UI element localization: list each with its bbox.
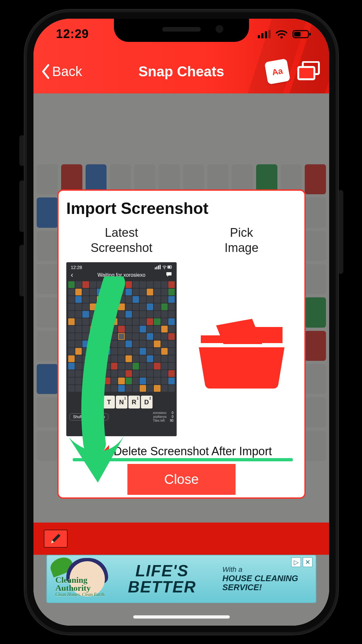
ad-play-icon[interactable]: ▷ xyxy=(291,557,301,567)
svg-point-14 xyxy=(164,268,165,269)
svg-rect-16 xyxy=(168,266,171,268)
ad-close-icon[interactable]: ✕ xyxy=(303,557,312,567)
svg-rect-2 xyxy=(265,31,267,38)
edit-bar xyxy=(33,523,329,555)
pick-image-option[interactable]: PickImage xyxy=(186,224,297,441)
annotation-underline xyxy=(73,458,293,461)
wifi-icon xyxy=(275,30,288,39)
back-label: Back xyxy=(52,64,82,79)
home-indicator[interactable] xyxy=(133,615,230,619)
notch xyxy=(114,19,249,42)
modal-title: Import Screenshot xyxy=(66,199,297,218)
ad-headline: LIFE'SBETTER xyxy=(102,563,222,595)
ad-pitch: With a HOUSE CLEANING SERVICE! xyxy=(222,566,316,592)
svg-rect-11 xyxy=(156,266,157,269)
delete-after-import-label: Delete Screenshot After Import xyxy=(114,445,272,458)
svg-rect-7 xyxy=(309,33,311,35)
dictionary-button[interactable]: Aa xyxy=(264,58,290,84)
thumb-shuffle-button: Shuffle xyxy=(70,413,88,420)
thumb-score-stats: xorosiexo0 prpltanya0 Tiles left90 xyxy=(153,411,173,423)
thumb-chat-icon xyxy=(166,272,172,279)
thumb-back-icon: ‹ xyxy=(71,271,73,279)
phone-frame: 12:29 Back Snap xyxy=(24,10,338,635)
thumb-menu-button: Menu xyxy=(92,413,108,420)
rack-tile: C4 xyxy=(91,396,102,409)
ad-brand: CleaningAuthority Clean Homes. Clean Ear… xyxy=(55,576,105,597)
thumb-header: Waiting for xorosiexo xyxy=(97,272,145,278)
screen: 12:29 Back Snap xyxy=(33,19,329,626)
close-button[interactable]: Close xyxy=(135,467,227,492)
windows-button[interactable] xyxy=(297,61,320,82)
svg-rect-3 xyxy=(268,30,271,38)
cellular-icon xyxy=(258,30,271,38)
svg-point-4 xyxy=(281,36,283,38)
rack-tile: T xyxy=(103,396,115,409)
rack-tile: R1 xyxy=(128,396,140,409)
rack-tile: D2 xyxy=(141,396,153,409)
latest-screenshot-thumbnail: 12:28 ‹ Waiting for xorosiexo xyxy=(66,262,177,436)
latest-screenshot-option[interactable]: LatestScreenshot 12:28 ‹ Waiting for xor… xyxy=(66,224,177,441)
dictionary-icon: Aa xyxy=(271,65,283,77)
svg-rect-6 xyxy=(294,32,301,36)
edit-button[interactable] xyxy=(44,530,68,548)
ad-banner[interactable]: ▷ ✕ CleaningAuthority Clean Homes. Clean… xyxy=(46,555,316,603)
rack-tile: N1 xyxy=(116,396,127,409)
svg-rect-1 xyxy=(261,33,264,38)
folder-icon xyxy=(195,310,288,390)
phone-side-button xyxy=(338,190,343,274)
delete-after-import-checkbox[interactable]: Delete Screenshot After Import xyxy=(66,445,297,458)
svg-rect-10 xyxy=(155,267,156,269)
svg-rect-13 xyxy=(160,265,161,269)
chevron-left-icon xyxy=(41,64,50,79)
battery-icon xyxy=(292,30,311,39)
thumb-time: 12:28 xyxy=(71,265,82,270)
back-button[interactable]: Back xyxy=(33,64,82,79)
thumb-status-icons xyxy=(155,265,172,270)
svg-rect-0 xyxy=(258,35,260,38)
latest-screenshot-label: LatestScreenshot xyxy=(66,224,177,256)
pencil-icon xyxy=(49,532,62,545)
svg-rect-9 xyxy=(298,67,314,79)
windows-icon xyxy=(297,61,320,81)
checkbox-checked-icon xyxy=(91,445,109,458)
status-time: 12:29 xyxy=(51,27,89,41)
page-title: Snap Cheats xyxy=(138,63,224,80)
app-nav: Back Snap Cheats Aa xyxy=(33,49,329,93)
pick-image-label: PickImage xyxy=(186,224,297,256)
import-screenshot-modal: Import Screenshot LatestScreenshot 12:28 xyxy=(57,189,306,499)
svg-rect-12 xyxy=(158,265,159,269)
